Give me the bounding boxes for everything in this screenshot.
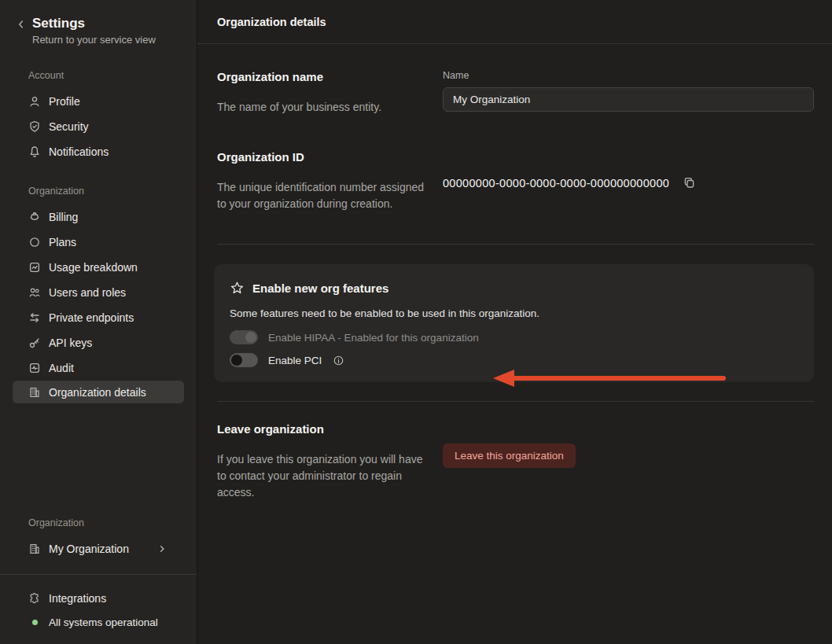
page-header: Organization details [197,0,832,44]
info-icon[interactable] [333,355,344,366]
sidebar-item-usage-breakdown[interactable]: Usage breakdown [13,255,184,280]
pci-toggle-row: Enable PCI [230,353,795,367]
sidebar-item-label: Billing [49,211,78,223]
pci-toggle-label: Enable PCI [268,355,322,366]
section-label-account: Account [28,70,197,81]
sidebar-item-label: Usage breakdown [49,261,138,274]
sidebar-item-audit[interactable]: Audit [13,355,184,381]
hipaa-toggle-row: Enable HIPAA - Enabled for this organiza… [230,330,795,344]
copy-icon [683,176,696,190]
integrations-label: Integrations [49,592,106,605]
hipaa-toggle[interactable] [230,330,258,344]
section-divider [217,244,814,245]
users-icon [28,286,41,299]
copy-button[interactable] [683,176,696,190]
toggle-knob [231,355,242,366]
settings-content: Organization name The name of your busin… [197,44,832,644]
sidebar-item-organization-details[interactable]: Organization details [13,381,184,403]
org-switcher-name: My Organization [49,543,129,555]
org-name-input[interactable] [443,87,814,112]
sidebar-item-label: Profile [49,95,80,108]
sidebar-item-billing[interactable]: Billing [13,204,184,230]
page-title: Organization details [217,16,326,28]
integrations-link[interactable]: Integrations [13,586,184,610]
settings-sidebar: Settings Return to your service view Acc… [0,0,197,644]
chevron-right-icon [157,544,167,554]
key-icon [28,337,41,349]
org-name-title: Organization name [217,70,443,83]
toggle-knob [245,332,256,343]
system-status[interactable]: All systems operational [13,610,184,635]
star-icon [230,281,245,296]
leave-organization-button[interactable]: Leave this organization [443,443,576,468]
org-features-card: Enable new org features Some features ne… [214,264,814,382]
usage-chart-icon [28,261,41,274]
sidebar-subtitle: Return to your service view [32,34,156,46]
circle-icon [28,236,41,248]
back-button[interactable] [16,16,27,30]
shield-check-icon [28,120,41,133]
sidebar-item-label: Plans [49,236,76,248]
org-switcher[interactable]: My Organization [13,536,184,561]
pci-toggle[interactable] [230,353,258,367]
sidebar-item-plans[interactable]: Plans [13,230,184,255]
org-id-description: The unique identification number assigne… [217,179,431,212]
name-field-label: Name [443,70,814,81]
features-card-description: Some features need to be enabled to be u… [230,307,795,319]
section-label-organization: Organization [28,186,197,197]
org-name-description: The name of your business entity. [217,99,431,116]
audit-icon [28,362,41,374]
section-divider [217,401,814,402]
sidebar-item-notifications[interactable]: Notifications [13,139,184,164]
sidebar-item-api-keys[interactable]: API keys [13,330,184,355]
sidebar-title: Settings [32,16,156,31]
sidebar-item-label: Security [49,120,89,133]
sidebar-header: Settings Return to your service view [0,0,197,46]
sidebar-item-private-endpoints[interactable]: Private endpoints [13,305,184,330]
status-green-dot [32,620,38,625]
profile-icon [28,95,41,108]
sidebar-item-label: Audit [49,362,74,374]
org-name-section: Organization name The name of your busin… [217,70,814,116]
swap-arrows-icon [28,311,41,324]
features-card-title: Enable new org features [252,282,388,295]
org-id-title: Organization ID [217,150,443,164]
status-label: All systems operational [49,616,158,628]
sidebar-item-label: Private endpoints [49,311,134,324]
chevron-left-icon [16,19,27,30]
sidebar-item-label: API keys [49,337,92,349]
sidebar-item-label: Notifications [49,145,109,158]
sidebar-item-security[interactable]: Security [13,114,184,139]
building-icon [28,543,41,555]
leave-org-section: Leave organization If you leave this org… [217,422,814,501]
sidebar-item-label: Users and roles [49,286,126,299]
main-panel: Organization details Organization name T… [197,0,832,644]
org-id-section: Organization ID The unique identificatio… [217,150,814,212]
billing-icon [28,211,41,223]
building-icon [28,386,41,399]
sidebar-item-label: Organization details [49,386,146,399]
hipaa-toggle-label: Enable HIPAA - Enabled for this organiza… [268,332,479,344]
sidebar-item-users-and-roles[interactable]: Users and roles [13,280,184,305]
sidebar-item-profile[interactable]: Profile [13,89,184,114]
section-label-org-switcher: Organization [28,517,197,528]
org-id-value: 00000000-0000-0000-0000-000000000000 [443,177,669,190]
bell-icon [28,145,41,158]
leave-org-title: Leave organization [217,422,443,436]
leave-org-description: If you leave this organization you will … [217,451,431,501]
puzzle-icon [28,592,41,605]
